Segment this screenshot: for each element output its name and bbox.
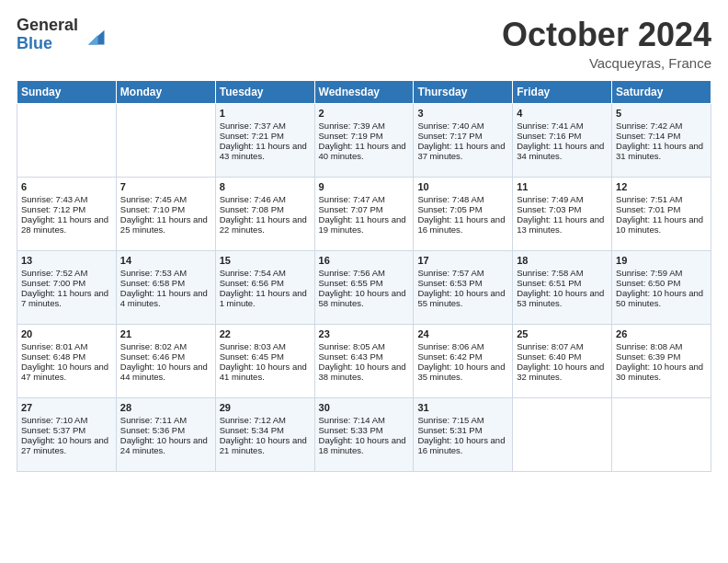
svg-marker-1 [88,35,98,45]
day-cell: 13Sunrise: 7:52 AMSunset: 7:00 PMDayligh… [17,250,117,324]
day-cell [612,397,711,471]
day-cell [116,103,215,177]
sunrise: Sunrise: 8:05 AM [319,341,385,351]
logo-line2: Blue [17,35,78,53]
sunrise: Sunrise: 8:07 AM [517,341,583,351]
sunrise: Sunrise: 7:40 AM [417,121,483,131]
daylight: Daylight: 11 hours and 40 minutes. [319,141,406,161]
daylight: Daylight: 11 hours and 10 minutes. [616,214,703,235]
daylight: Daylight: 10 hours and 44 minutes. [120,362,208,382]
calendar-table: SundayMondayTuesdayWednesdayThursdayFrid… [17,80,711,472]
sunrise: Sunrise: 7:49 AM [517,194,583,204]
sunrise: Sunrise: 8:06 AM [417,341,483,351]
daylight: Daylight: 10 hours and 35 minutes. [417,362,505,382]
sunrise: Sunrise: 7:41 AM [517,121,583,131]
sunset: Sunset: 6:50 PM [616,278,680,288]
day-number: 17 [417,255,508,266]
day-number: 3 [417,108,508,119]
day-cell: 9Sunrise: 7:47 AMSunset: 7:07 PMDaylight… [314,177,414,250]
sunset: Sunset: 6:51 PM [517,278,581,288]
day-cell: 1Sunrise: 7:37 AMSunset: 7:21 PMDaylight… [215,103,314,177]
day-cell: 20Sunrise: 8:01 AMSunset: 6:48 PMDayligh… [17,324,117,397]
daylight: Daylight: 10 hours and 27 minutes. [21,435,108,455]
sunset: Sunset: 6:58 PM [120,278,185,288]
week-row: 13Sunrise: 7:52 AMSunset: 7:00 PMDayligh… [17,250,711,324]
day-number: 24 [417,328,508,339]
day-cell: 18Sunrise: 7:58 AMSunset: 6:51 PMDayligh… [513,250,612,324]
daylight: Daylight: 11 hours and 22 minutes. [220,214,307,235]
daylight: Daylight: 10 hours and 16 minutes. [417,435,505,455]
sunrise: Sunrise: 8:03 AM [220,341,286,351]
daylight: Daylight: 10 hours and 30 minutes. [616,362,703,382]
sunset: Sunset: 7:21 PM [220,131,284,141]
day-number: 29 [220,402,311,413]
day-cell: 19Sunrise: 7:59 AMSunset: 6:50 PMDayligh… [612,250,711,324]
day-number: 5 [616,108,707,119]
daylight: Daylight: 10 hours and 58 minutes. [319,288,406,308]
day-cell: 12Sunrise: 7:51 AMSunset: 7:01 PMDayligh… [612,177,711,250]
sunset: Sunset: 6:43 PM [319,351,383,362]
daylight: Daylight: 10 hours and 53 minutes. [517,288,604,308]
day-cell: 4Sunrise: 7:41 AMSunset: 7:16 PMDaylight… [513,103,612,177]
sunset: Sunset: 5:31 PM [417,425,482,435]
day-number: 21 [120,328,211,339]
sunrise: Sunrise: 7:10 AM [21,415,87,425]
daylight: Daylight: 10 hours and 38 minutes. [319,362,406,382]
daylight: Daylight: 10 hours and 41 minutes. [220,362,307,382]
day-cell: 3Sunrise: 7:40 AMSunset: 7:17 PMDaylight… [414,103,513,177]
logo-icon [82,22,108,48]
sunset: Sunset: 7:01 PM [616,204,680,214]
daylight: Daylight: 11 hours and 37 minutes. [417,141,505,161]
day-number: 9 [319,181,410,192]
day-header: Sunday [17,80,117,103]
sunrise: Sunrise: 7:59 AM [616,268,682,278]
week-row: 20Sunrise: 8:01 AMSunset: 6:48 PMDayligh… [17,324,711,397]
daylight: Daylight: 11 hours and 31 minutes. [616,141,703,161]
sunset: Sunset: 7:16 PM [517,131,581,141]
daylight: Daylight: 11 hours and 43 minutes. [220,141,307,161]
day-number: 12 [616,181,707,192]
daylight: Daylight: 11 hours and 34 minutes. [517,141,604,161]
day-cell: 31Sunrise: 7:15 AMSunset: 5:31 PMDayligh… [414,397,513,471]
sunrise: Sunrise: 8:02 AM [120,341,187,351]
daylight: Daylight: 11 hours and 4 minutes. [120,288,208,308]
day-number: 19 [616,255,707,266]
daylight: Daylight: 11 hours and 28 minutes. [21,214,108,235]
sunset: Sunset: 7:12 PM [21,204,85,214]
header-row: SundayMondayTuesdayWednesdayThursdayFrid… [17,80,711,103]
day-cell: 22Sunrise: 8:03 AMSunset: 6:45 PMDayligh… [215,324,314,397]
day-cell: 29Sunrise: 7:12 AMSunset: 5:34 PMDayligh… [215,397,314,471]
day-header: Tuesday [215,80,314,103]
day-cell: 23Sunrise: 8:05 AMSunset: 6:43 PMDayligh… [314,324,414,397]
day-number: 16 [319,255,410,266]
day-cell: 24Sunrise: 8:06 AMSunset: 6:42 PMDayligh… [414,324,513,397]
day-header: Friday [513,80,612,103]
daylight: Daylight: 11 hours and 13 minutes. [517,214,604,235]
day-header: Saturday [612,80,711,103]
day-header: Wednesday [314,80,414,103]
day-number: 26 [616,328,707,339]
day-cell: 21Sunrise: 8:02 AMSunset: 6:46 PMDayligh… [116,324,215,397]
daylight: Daylight: 10 hours and 24 minutes. [120,435,208,455]
day-number: 7 [120,181,211,192]
sunset: Sunset: 5:36 PM [120,425,185,435]
day-number: 20 [21,328,112,339]
sunset: Sunset: 7:14 PM [616,131,680,141]
sunset: Sunset: 7:07 PM [319,204,383,214]
sunset: Sunset: 6:48 PM [21,351,85,362]
sunrise: Sunrise: 7:48 AM [417,194,483,204]
sunrise: Sunrise: 7:11 AM [120,415,187,425]
day-cell: 7Sunrise: 7:45 AMSunset: 7:10 PMDaylight… [116,177,215,250]
page: General Blue October 2024 Vacqueyras, Fr… [0,0,728,563]
day-header: Monday [116,80,215,103]
daylight: Daylight: 10 hours and 32 minutes. [517,362,604,382]
day-number: 14 [120,255,211,266]
sunrise: Sunrise: 7:58 AM [517,268,583,278]
day-number: 10 [417,181,508,192]
sunset: Sunset: 6:55 PM [319,278,383,288]
day-number: 27 [21,402,112,413]
sunrise: Sunrise: 7:46 AM [220,194,286,204]
day-cell: 2Sunrise: 7:39 AMSunset: 7:19 PMDaylight… [314,103,414,177]
day-number: 11 [517,181,608,192]
sunset: Sunset: 5:37 PM [21,425,85,435]
